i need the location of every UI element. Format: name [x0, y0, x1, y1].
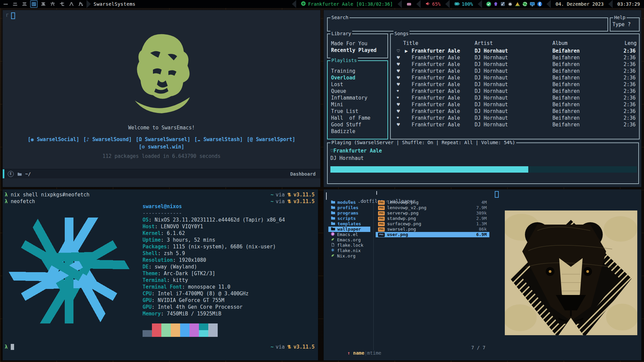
clock-date: 04. Dezember 2023	[555, 1, 603, 7]
heart-icon[interactable]: ♥	[397, 88, 399, 95]
dashboard-button-swarselswarsel[interactable]: [Ω SwarselSwarsel]	[136, 136, 191, 142]
playlist-item-mini[interactable]: Mini	[331, 101, 343, 108]
song-length: 2:36	[624, 115, 636, 121]
right-prompt: ~ via v3.11.5	[271, 344, 315, 350]
song-row[interactable]: ♥Frankfurter AaleDJ HornhautBeifahren2:3…	[391, 88, 639, 95]
dir-item-Nix.org[interactable]: Nix.org	[328, 253, 370, 259]
playlist-item-true-list[interactable]: True List	[331, 108, 358, 115]
package-manager-tray-icon[interactable]	[500, 1, 505, 7]
playlist-item-queue[interactable]: Queue	[331, 88, 346, 95]
workspace-3[interactable]	[21, 0, 28, 8]
shield-tray-icon[interactable]	[493, 1, 498, 7]
dashboard-button-swarselsocial[interactable]: [◉ SwarselSocial]	[28, 136, 79, 142]
heart-icon[interactable]: ♥	[397, 61, 400, 68]
sort-status[interactable]: ↑ name|mtime	[330, 345, 381, 361]
playlist-item-lost[interactable]: Lost	[331, 81, 343, 88]
bluetooth-tray-icon[interactable]	[537, 1, 542, 7]
prompt-line: λ nix shell nixpkgs#neofetch	[5, 191, 90, 198]
now-playing-widget[interactable]: Frankfurter Aale [01:38/02:36]	[298, 0, 395, 8]
playlist-item-hall-of-fame[interactable]: Hall of Fame	[331, 115, 370, 121]
song-artist: DJ Hornhaut	[475, 54, 508, 61]
workspace-6[interactable]	[49, 0, 56, 8]
dir-item-scripts[interactable]: scripts	[328, 216, 370, 221]
dashboard-button-swarselstash[interactable]: [☁ SwarselStash]	[194, 136, 243, 142]
dir-item-Emacs.org[interactable]: Emacs.org	[328, 237, 370, 243]
dir-item-Emacs.el[interactable]: Emacs.el	[328, 232, 370, 237]
dashboard-button-swarsel.win[interactable]: [⚙ swarsel.win]	[139, 144, 184, 150]
song-album: Beifahren	[552, 81, 580, 88]
song-row[interactable]: ♥Frankfurter AaleDJ HornhautBeifahren2:3…	[391, 68, 639, 74]
file-item-standwp.png[interactable]: PNGstandwp.png2.9M	[376, 216, 489, 221]
song-row[interactable]: ♥Frankfurter AaleDJ HornhautBeifahren2:3…	[391, 115, 639, 121]
workspace-1[interactable]	[2, 0, 9, 8]
dir-item-wallpaper[interactable]: wallpaper	[328, 227, 370, 232]
workspace-9[interactable]	[77, 0, 85, 8]
song-row[interactable]: ♡▶Frankfurter AaleDJ HornhautBeifahren2:…	[391, 48, 639, 54]
file-item-lenovowp.png[interactable]: PNGlenovowp.png4M	[376, 200, 489, 205]
discord-tray-icon[interactable]	[507, 1, 513, 7]
heart-icon[interactable]: ♥	[397, 95, 399, 101]
playlist-item-inflammatory[interactable]: Inflammatory	[331, 95, 367, 101]
song-row[interactable]: ♥Frankfurter AaleDJ HornhautBeifahren2:3…	[391, 95, 639, 101]
song-length: 2:36	[624, 54, 636, 61]
heart-icon[interactable]: ♥	[397, 74, 400, 81]
png-file-icon: PNG	[378, 217, 385, 221]
seek-bar[interactable]	[330, 166, 637, 173]
workspace-5[interactable]	[40, 0, 47, 8]
dir-item-profiles[interactable]: profiles	[328, 205, 370, 210]
check-badge-tray-icon[interactable]	[486, 1, 491, 7]
song-row[interactable]: ♥Frankfurter AaleDJ HornhautBeifahren2:3…	[391, 54, 639, 61]
song-row[interactable]: ♥Frankfurter AaleDJ HornhautBeifahren2:3…	[391, 61, 639, 68]
file-item-user.png[interactable]: PNGuser.png6.9M	[376, 232, 489, 237]
neofetch-label: Shell	[143, 250, 158, 256]
col-header-length: Leng	[625, 40, 637, 46]
search-box[interactable]: Search	[327, 17, 608, 32]
volume-widget[interactable]: 65%	[423, 0, 443, 8]
neofetch-value: : zsh 5.9	[158, 250, 185, 256]
song-row[interactable]: ♥Frankfurter AaleDJ HornhautBeifahren2:3…	[391, 74, 639, 81]
playlist-item-training[interactable]: Training	[331, 68, 355, 74]
dashboard-button-swarselsport[interactable]: [@ SwarselSport]	[247, 136, 296, 142]
song-row[interactable]: ♥Frankfurter AaleDJ HornhautBeifahren2:3…	[391, 81, 639, 88]
song-row[interactable]: ♥Frankfurter AaleDJ HornhautBeifahren2:3…	[391, 101, 639, 108]
playlist-item-badizzle[interactable]: Badizzle	[331, 128, 355, 135]
heart-icon[interactable]: ♥	[397, 108, 400, 115]
heart-icon[interactable]: ♥	[397, 81, 400, 88]
song-row[interactable]: ♥Frankfurter AaleDJ HornhautBeifahren2:3…	[391, 108, 639, 115]
dir-item-modules[interactable]: modules	[328, 200, 370, 205]
file-item-surfacewp.png[interactable]: PNGsurfacewp.png1.3M	[376, 221, 489, 227]
library-item-made-for-you[interactable]: Made For You	[331, 40, 367, 47]
library-item-recently-played[interactable]: Recently Played	[331, 47, 376, 54]
heart-icon[interactable]: ♥	[397, 101, 400, 108]
playlist-item-good-stuff[interactable]: Good Stuff	[331, 121, 361, 128]
song-row[interactable]: ♥Frankfurter AaleDJ HornhautBeifahren2:3…	[391, 121, 639, 128]
workspace-8[interactable]	[68, 0, 75, 8]
dashboard-button-swarselsound[interactable]: [♪ SwarselSound]	[83, 136, 132, 142]
dir-item-flake.nix[interactable]: flake.nix	[328, 248, 370, 253]
file-item-lenovowp_v2.png[interactable]: PNGlenovowp_v2.png7.9M	[376, 205, 489, 210]
playlist-item-overload[interactable]: Overload	[331, 74, 355, 81]
heart-icon[interactable]: ♥	[397, 68, 400, 74]
heart-icon[interactable]: ♥	[397, 54, 400, 61]
heart-icon[interactable]: ♥	[397, 115, 399, 121]
heart-outline-icon[interactable]: ♡	[397, 48, 400, 54]
nixos-logo	[5, 207, 133, 334]
workspace-4[interactable]	[30, 0, 38, 8]
heart-icon[interactable]: ♥	[397, 121, 400, 128]
file-item-serverwp.png[interactable]: PNGserverwp.png389k	[376, 210, 489, 216]
dir-item-flake.lock[interactable]: flake.lock	[328, 243, 370, 248]
png-file-icon: PNG	[378, 211, 385, 216]
png-file-icon: PNG	[378, 227, 385, 232]
breadcrumb[interactable]: ⌂›.dotfiles›wallpaper	[331, 192, 416, 198]
dir-item-templates[interactable]: templates	[328, 221, 370, 227]
battery-widget[interactable]: 100%	[452, 0, 476, 8]
file-item-swarsel.png[interactable]: PNGswarsel.png86k	[376, 227, 489, 232]
keyboard-indicator[interactable]	[404, 0, 414, 8]
dir-item-programs[interactable]: programs	[328, 210, 370, 216]
display-tray-icon[interactable]	[530, 1, 535, 7]
vpn-tent-tray-icon[interactable]	[515, 1, 520, 7]
workspace-2[interactable]	[11, 0, 19, 8]
syncthing-tray-icon[interactable]	[522, 1, 528, 7]
workspace-7[interactable]	[58, 0, 66, 8]
dir-item-name: profiles	[337, 205, 359, 210]
